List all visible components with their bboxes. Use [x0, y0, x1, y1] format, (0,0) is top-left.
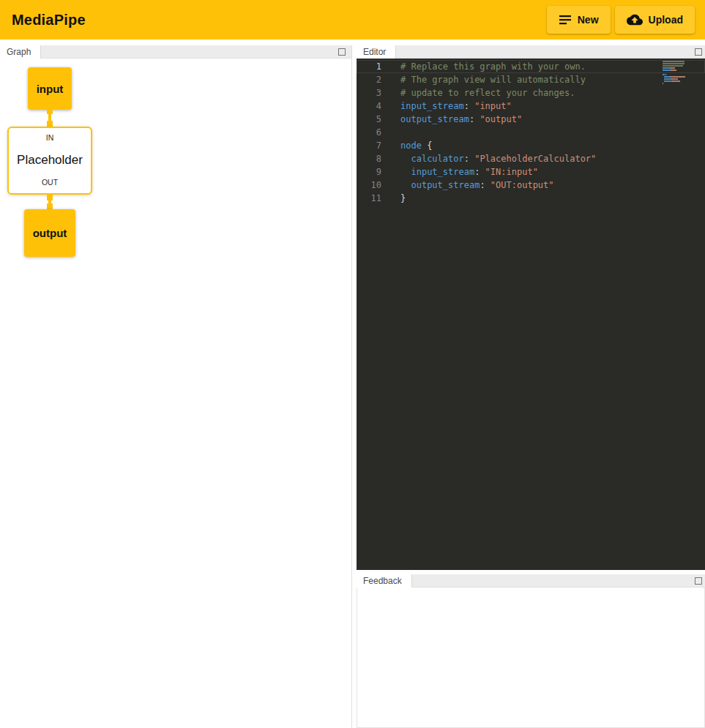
tab-editor[interactable]: Editor — [357, 45, 396, 59]
node-output-label: output — [33, 227, 67, 239]
line-content: output_stream: "OUT:output" — [400, 179, 554, 192]
line-number: 1 — [357, 60, 392, 73]
line-content: # update to reflect your changes. — [400, 86, 575, 100]
new-button-label: New — [578, 14, 599, 26]
feedback-content — [357, 588, 705, 728]
minimap-line — [663, 67, 690, 69]
minimap-line — [663, 80, 690, 82]
line-content: calculator: "PlaceholderCalculator" — [400, 152, 596, 165]
editor-tabbar: Editor — [357, 45, 705, 59]
line-content: } — [400, 192, 406, 205]
feedback-tabbar: Feedback — [357, 574, 705, 588]
upload-button-label: Upload — [649, 14, 683, 26]
app-title: MediaPipe — [12, 12, 86, 29]
placeholder-in-port-label: IN — [46, 133, 54, 142]
code-line: 3# update to reflect your changes. — [357, 86, 705, 100]
code-line: 11} — [357, 192, 705, 205]
editor-panel: Editor 1# Replace this graph with your o… — [357, 45, 705, 570]
code-lines: 1# Replace this graph with your own.2# T… — [357, 60, 705, 205]
code-line: 5output_stream: "output" — [357, 113, 705, 126]
feedback-panel: Feedback — [357, 574, 705, 728]
line-number: 4 — [357, 100, 392, 113]
tab-graph[interactable]: Graph — [0, 45, 41, 59]
graph-panel: Graph input IN Placeholder OUT output — [0, 45, 352, 728]
line-number: 5 — [357, 113, 392, 126]
line-content: input_stream: "input" — [400, 100, 512, 113]
line-content: node { — [400, 139, 432, 152]
graph-tabbar: Graph — [0, 45, 351, 59]
line-number: 2 — [357, 73, 392, 86]
placeholder-out-port-label: OUT — [42, 178, 58, 187]
tab-editor-label: Editor — [363, 47, 386, 57]
new-button[interactable]: New — [547, 6, 611, 34]
minimap-line — [663, 78, 690, 80]
node-placeholder-label: Placeholder — [17, 153, 83, 168]
upload-button[interactable]: Upload — [615, 6, 695, 34]
app: MediaPipe New Upload Graph — [0, 0, 705, 728]
header: MediaPipe New Upload — [0, 0, 705, 40]
cloud-upload-icon — [627, 12, 643, 28]
line-number: 3 — [357, 86, 392, 100]
input-port-dot — [47, 203, 53, 209]
line-content: # Replace this graph with your own. — [400, 60, 586, 73]
line-number: 7 — [357, 139, 392, 152]
code-line: 7node { — [357, 139, 705, 152]
tab-graph-label: Graph — [7, 47, 31, 57]
node-output[interactable]: output — [24, 209, 75, 257]
line-number: 11 — [357, 192, 392, 205]
node-input[interactable]: input — [28, 67, 72, 110]
minimap-line — [663, 70, 690, 71]
minimap-line — [663, 83, 690, 84]
maximize-icon[interactable] — [695, 48, 702, 56]
code-line: 8 calculator: "PlaceholderCalculator" — [357, 152, 705, 165]
maximize-icon[interactable] — [338, 48, 346, 56]
node-input-label: input — [37, 83, 64, 95]
input-port-dot — [47, 121, 53, 127]
code-line: 6 — [357, 126, 705, 139]
line-number: 9 — [357, 165, 392, 179]
minimap-line — [663, 61, 690, 62]
code-line: 1# Replace this graph with your own. — [357, 60, 705, 73]
tab-feedback-label: Feedback — [363, 576, 402, 586]
minimap-line — [663, 63, 690, 64]
graph-canvas[interactable]: input IN Placeholder OUT output — [0, 59, 351, 728]
tab-feedback[interactable]: Feedback — [357, 574, 412, 588]
maximize-icon[interactable] — [695, 577, 702, 585]
code-editor[interactable]: 1# Replace this graph with your own.2# T… — [357, 59, 705, 570]
line-content: # The graph view will automatically — [400, 73, 586, 86]
header-actions: New Upload — [547, 6, 695, 34]
code-line: 9 input_stream: "IN:input" — [357, 165, 705, 179]
minimap-line — [663, 76, 690, 78]
line-number: 8 — [357, 152, 392, 165]
code-line: 2# The graph view will automatically — [357, 73, 705, 86]
minimap-line — [663, 74, 690, 75]
minimap-line — [663, 65, 690, 67]
minimap-line — [663, 72, 690, 73]
line-content: output_stream: "output" — [400, 113, 522, 126]
menu-lines-icon — [559, 13, 572, 26]
code-line: 10 output_stream: "OUT:output" — [357, 179, 705, 192]
node-placeholder[interactable]: IN Placeholder OUT — [7, 127, 92, 195]
line-number: 6 — [357, 126, 392, 139]
line-content: input_stream: "IN:input" — [400, 165, 538, 179]
minimap[interactable] — [663, 61, 690, 85]
line-number: 10 — [357, 179, 392, 192]
code-line: 4input_stream: "input" — [357, 100, 705, 113]
